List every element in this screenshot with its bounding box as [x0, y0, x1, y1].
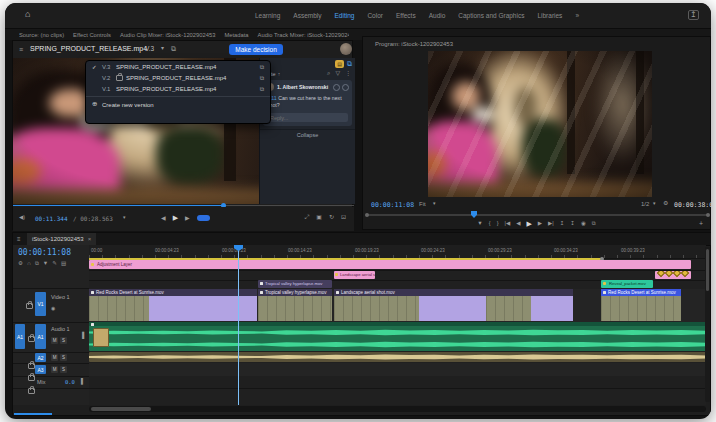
- toggle-track-output-icon[interactable]: ◉: [51, 306, 55, 311]
- open-in-monitor-icon[interactable]: ⧉: [260, 86, 264, 92]
- timeline-playhead[interactable]: [238, 245, 239, 405]
- mark-out-button[interactable]: }: [497, 221, 499, 227]
- fullscreen-icon[interactable]: ⊡: [341, 214, 346, 220]
- vertical-scrollbar-thumb[interactable]: [706, 249, 709, 291]
- next-frame-button[interactable]: ▶: [185, 215, 190, 221]
- export-frame-button[interactable]: ◉: [581, 221, 586, 227]
- version-item-v2[interactable]: V.2 SPRING_PRODUCT_RELEASE.mp4 ⧉: [86, 72, 270, 83]
- timeline-timecode[interactable]: 00:00:11:08: [18, 248, 71, 257]
- loop-icon[interactable]: ↻: [329, 214, 334, 220]
- lock-icon[interactable]: [28, 388, 35, 394]
- timeline-ruler[interactable]: 00:00 00:00:04:23 00:00:09:23 00:00:14:2…: [89, 245, 706, 259]
- program-video-preview[interactable]: [428, 51, 652, 197]
- comment-status-circle-icon[interactable]: [342, 84, 349, 91]
- dual-display-icon[interactable]: ⧉: [171, 45, 176, 52]
- clip-adjustment-layer[interactable]: Adjustment Layer: [89, 260, 691, 269]
- program-panel-title[interactable]: Program: iStock-1202902453: [375, 41, 453, 47]
- workspace-tab-audio[interactable]: Audio: [429, 12, 446, 19]
- clip-body[interactable]: [419, 296, 486, 321]
- clip-thumbnail-strip[interactable]: [334, 296, 419, 321]
- duration-caret-icon[interactable]: ▾: [123, 215, 126, 220]
- version-selector[interactable]: V.3: [145, 45, 154, 52]
- clip-tropical-v2[interactable]: Tropical valley hyperlapse.mov: [258, 280, 332, 288]
- kebab-menu-icon[interactable]: ⋮: [345, 70, 351, 76]
- zoom-caret-icon[interactable]: ▾: [433, 201, 436, 206]
- workspace-tab-libraries[interactable]: Libraries: [537, 12, 562, 19]
- clip-landscape-aerial[interactable]: Landscape aerial shot.mov: [334, 271, 375, 279]
- reply-input[interactable]: [267, 113, 348, 122]
- speaker-icon[interactable]: ◀): [19, 215, 25, 221]
- clip-thumbnail-strip[interactable]: [601, 296, 681, 321]
- horizontal-scrollbar[interactable]: [89, 406, 706, 412]
- program-scrubber[interactable]: [367, 214, 708, 216]
- settings-wrench-icon[interactable]: ⚙: [663, 200, 668, 206]
- panel-menu-icon[interactable]: ≡: [19, 46, 23, 53]
- close-tab-icon[interactable]: ×: [88, 236, 92, 242]
- mute-button[interactable]: M: [51, 366, 58, 373]
- snap-icon[interactable]: ∩: [27, 261, 31, 267]
- step-forward-button[interactable]: ▶: [538, 221, 542, 227]
- panel-tab-metadata[interactable]: Metadata: [224, 32, 248, 38]
- user-avatar[interactable]: [340, 43, 352, 55]
- panel-tab-effect-controls[interactable]: Effect Controls: [73, 32, 111, 38]
- pen-tool-icon[interactable]: ✎: [52, 261, 57, 267]
- quality-badge[interactable]: [197, 215, 210, 221]
- workspace-overflow-icon[interactable]: »: [575, 12, 579, 19]
- clip-label-bar-selected[interactable]: Red Rocks Desert at Sunrise.mov: [601, 289, 681, 296]
- workspace-tab-color[interactable]: Color: [367, 12, 383, 19]
- resolution-caret-icon[interactable]: ▾: [653, 201, 656, 206]
- lock-icon[interactable]: [26, 303, 33, 309]
- v1-track-target[interactable]: V1: [35, 292, 46, 316]
- sort-direction-icon[interactable]: ↑: [278, 72, 281, 77]
- play-button[interactable]: ▶: [173, 214, 178, 221]
- vertical-scrollbar[interactable]: [705, 247, 710, 402]
- solo-button[interactable]: S: [60, 354, 67, 361]
- make-decision-button[interactable]: Make decision: [229, 44, 283, 55]
- mix-gain-value[interactable]: 0.0: [65, 379, 75, 385]
- panel-tab-audio-clip-mixer[interactable]: Audio Clip Mixer: iStock-1202902453: [120, 32, 215, 38]
- workspace-tab-assembly[interactable]: Assembly: [293, 12, 321, 19]
- linked-selection-icon[interactable]: ⧉: [35, 261, 39, 267]
- solo-button[interactable]: S: [60, 366, 67, 373]
- annotations-icon[interactable]: ▤: [335, 60, 344, 68]
- share-icon[interactable]: ⧉: [347, 60, 352, 68]
- workspace-tab-editing[interactable]: Editing: [335, 12, 355, 19]
- step-back-button[interactable]: ◀: [516, 221, 520, 227]
- marker-icon[interactable]: ▼: [43, 261, 48, 267]
- timeline-settings-icon[interactable]: ⚙: [18, 261, 23, 267]
- filter-icon[interactable]: ▽: [335, 70, 340, 76]
- resize-icon[interactable]: ⤢: [304, 214, 309, 220]
- collapse-button[interactable]: Collapse: [260, 132, 355, 138]
- a2-track-target[interactable]: A2: [35, 353, 46, 362]
- clip-pink-markers[interactable]: [655, 271, 691, 279]
- add-marker-button[interactable]: ▼: [477, 221, 482, 227]
- lift-button[interactable]: ↥: [560, 221, 565, 227]
- playback-resolution-select[interactable]: 1/2: [641, 201, 649, 207]
- lock-icon[interactable]: [28, 336, 35, 342]
- track-a3-lane[interactable]: [89, 363, 706, 377]
- timeline-display-icon[interactable]: ▤: [61, 261, 66, 267]
- solo-button[interactable]: S: [60, 337, 67, 344]
- timeline-panel-menu-icon[interactable]: ≡: [17, 236, 21, 242]
- clip-label-bar[interactable]: Landscape aerial shot.mov: [334, 289, 573, 296]
- comment-check-circle-icon[interactable]: [333, 84, 340, 91]
- create-new-version-button[interactable]: ⊕ Create new version: [86, 99, 270, 110]
- monitor-icon[interactable]: ▣: [316, 214, 322, 220]
- open-in-monitor-icon[interactable]: ⧉: [260, 75, 264, 81]
- mute-button[interactable]: M: [51, 354, 58, 361]
- program-current-timecode[interactable]: 00:00:11:08: [371, 201, 414, 209]
- extract-button[interactable]: ↧: [570, 221, 575, 227]
- go-to-in-button[interactable]: |◀: [504, 221, 510, 227]
- quick-export-icon[interactable]: ↥: [688, 10, 699, 20]
- clip-thumbnail-strip[interactable]: [486, 296, 531, 321]
- version-caret-icon[interactable]: ▾: [161, 45, 164, 51]
- mark-in-button[interactable]: {: [489, 221, 491, 227]
- clip-body[interactable]: [149, 296, 257, 321]
- clip-reveal-packet[interactable]: Reveal_packet.mov: [601, 280, 653, 288]
- clip-thumbnail-strip[interactable]: [89, 296, 149, 321]
- scrubber-start-knob[interactable]: [365, 213, 369, 217]
- comparison-view-button[interactable]: ⧉: [592, 221, 596, 227]
- scrubber-end-knob[interactable]: [706, 213, 710, 217]
- a1-track-target[interactable]: A1: [35, 324, 46, 349]
- go-to-out-button[interactable]: ▶|: [548, 221, 554, 227]
